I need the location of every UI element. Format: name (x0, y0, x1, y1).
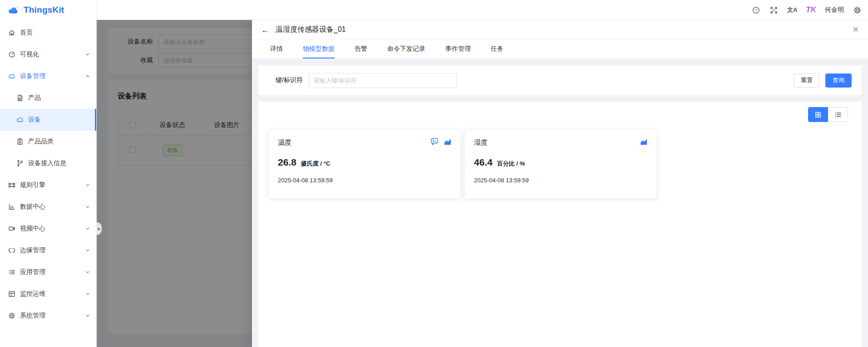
telemetry-timestamp: 2025-04-08 13:59:59 (474, 177, 647, 184)
gear-icon[interactable] (853, 5, 862, 15)
sidebar-item-label: 边缘管理 (20, 246, 45, 254)
telemetry-card-temperature: 温度 26.8 摄氏度 / °C (268, 130, 461, 199)
app-header: ? 文A TK 何金明 (0, 0, 868, 20)
chevron-down-icon (85, 270, 90, 274)
key-filter-bar: 键/标识符 重置 查询 (258, 65, 862, 95)
telemetry-name: 温度 (278, 138, 451, 147)
bar-chart-icon (8, 203, 15, 210)
device-detail-drawer: ← 温湿度传感器设备_01 ✕ 详情 物模型数据 告警 命令下发记录 事件管理 … (252, 20, 868, 347)
chevron-down-icon (85, 205, 90, 209)
sidebar: ThingsKit 首页 可视化 设备管理 产品 设备 产品品类 (0, 0, 97, 347)
telemetry-value: 26.8 (278, 157, 296, 168)
home-icon (8, 29, 15, 36)
key-identifier-input[interactable] (308, 73, 457, 88)
chevron-down-icon (85, 313, 90, 318)
tab-details[interactable]: 详情 (270, 40, 283, 59)
file-icon (16, 94, 24, 102)
history-chart-icon[interactable] (444, 137, 452, 146)
chevron-down-icon (85, 248, 90, 253)
sidebar-item-label: 首页 (20, 29, 33, 37)
clipboard-icon (16, 138, 24, 145)
help-icon[interactable]: ? (752, 5, 761, 15)
telemetry-name: 湿度 (474, 138, 647, 147)
sidebar-item-monitoring-ops[interactable]: 监控运维 (0, 283, 96, 305)
telemetry-unit: 摄氏度 / °C (301, 160, 330, 168)
cloud-icon (8, 73, 15, 80)
telemetry-unit: 百分比 / % (497, 160, 525, 168)
tab-event-management[interactable]: 事件管理 (445, 40, 471, 59)
brand-logo[interactable]: ThingsKit (0, 0, 96, 20)
sidebar-item-label: 产品品类 (28, 137, 54, 146)
telemetry-timestamp: 2025-04-08 13:59:59 (278, 177, 451, 184)
settings-gear-icon (8, 312, 15, 319)
sidebar-item-label: 监控运维 (20, 290, 45, 298)
sidebar-item-visualization[interactable]: 可视化 (0, 44, 96, 65)
chevron-down-icon (85, 226, 90, 231)
user-name[interactable]: 何金明 (825, 6, 844, 14)
cloud-icon (16, 116, 24, 123)
back-arrow-icon[interactable]: ← (261, 26, 269, 34)
sidebar-item-label: 可视化 (20, 50, 39, 59)
sidebar-item-label: 应用管理 (20, 268, 45, 276)
sidebar-item-label: 规则引擎 (20, 181, 45, 189)
view-toggle (808, 107, 848, 122)
grid-view-button[interactable] (808, 107, 828, 122)
rule-engine-icon (8, 181, 15, 189)
main-content: 设备名称 收藏 设备列表 设备状态 设备图片 在线 (97, 20, 868, 347)
list-view-icon (834, 111, 842, 118)
monitor-grid-icon (8, 290, 15, 298)
drawer-body: 键/标识符 重置 查询 (252, 59, 868, 347)
thing-model-content: 温度 26.8 摄氏度 / °C (258, 102, 862, 347)
tab-alarms[interactable]: 告警 (355, 40, 367, 59)
header-actions: ? 文A TK 何金明 (752, 0, 862, 20)
sidebar-item-product[interactable]: 产品 (0, 87, 96, 109)
sidebar-item-label: 数据中心 (20, 203, 45, 211)
sidebar-item-edge-management[interactable]: 边缘管理 (0, 239, 96, 261)
list-view-button[interactable] (828, 107, 848, 122)
sidebar-item-product-category[interactable]: 产品品类 (0, 131, 96, 152)
svg-text:?: ? (755, 8, 757, 12)
user-avatar[interactable]: TK (806, 5, 816, 15)
grid-view-icon (814, 111, 822, 118)
drawer-title: 温湿度传感器设备_01 (276, 25, 346, 34)
sidebar-item-device-access-info[interactable]: 设备接入信息 (0, 152, 96, 174)
key-identifier-label: 键/标识符 (276, 76, 303, 84)
telemetry-card-humidity: 湿度 46.4 百分比 / % 2025-04-08 13:59:59 (464, 130, 657, 199)
sidebar-item-label: 设备 (28, 116, 41, 124)
brand-name: ThingsKit (24, 5, 64, 15)
sidebar-item-system-management[interactable]: 系统管理 (0, 305, 96, 327)
sidebar-item-label: 设备管理 (20, 72, 45, 80)
edge-icon (8, 247, 15, 254)
dashboard-icon (8, 51, 15, 58)
sidebar-item-label: 系统管理 (20, 312, 45, 320)
history-chart-icon[interactable] (640, 137, 648, 146)
sidebar-item-data-center[interactable]: 数据中心 (0, 196, 96, 218)
sidebar-item-label: 设备接入信息 (28, 159, 66, 167)
tab-command-records[interactable]: 命令下发记录 (387, 40, 425, 59)
fullscreen-icon[interactable] (769, 5, 779, 15)
chevron-up-icon (85, 74, 90, 78)
drawer-tabs: 详情 物模型数据 告警 命令下发记录 事件管理 任务 (252, 40, 868, 59)
sidebar-item-home[interactable]: 首页 (0, 22, 96, 44)
tab-thing-model-data[interactable]: 物模型数据 (303, 40, 335, 59)
query-button[interactable]: 查询 (825, 73, 852, 88)
reset-button[interactable]: 重置 (794, 73, 820, 88)
sidebar-item-device[interactable]: 设备 (0, 109, 96, 131)
app-list-icon (8, 269, 15, 276)
translate-icon[interactable]: 文A (787, 6, 797, 14)
telemetry-cards: 温度 26.8 摄氏度 / °C (268, 130, 852, 199)
branch-icon (16, 160, 24, 167)
chevron-down-icon (85, 292, 90, 296)
video-camera-icon (8, 225, 15, 232)
drawer-header: ← 温湿度传感器设备_01 ✕ (252, 20, 868, 40)
tab-tasks[interactable]: 任务 (491, 40, 503, 59)
sidebar-item-rule-engine[interactable]: 规则引擎 (0, 174, 96, 196)
sidebar-nav: 首页 可视化 设备管理 产品 设备 产品品类 设备接入信息 (0, 20, 96, 327)
close-icon[interactable]: ✕ (853, 26, 859, 34)
sidebar-item-label: 产品 (28, 94, 41, 102)
sidebar-item-video-center[interactable]: 视频中心 (0, 218, 96, 239)
chevron-down-icon (85, 52, 90, 57)
command-terminal-icon[interactable] (430, 137, 439, 146)
sidebar-item-device-management[interactable]: 设备管理 (0, 65, 96, 87)
sidebar-item-app-management[interactable]: 应用管理 (0, 261, 96, 283)
